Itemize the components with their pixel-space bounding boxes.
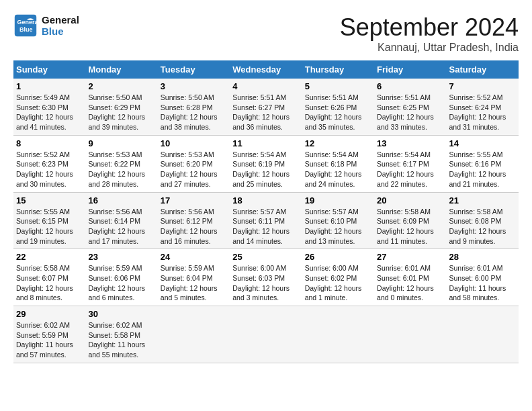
day-number: 28 xyxy=(449,252,516,262)
day-number: 1 xyxy=(16,81,83,91)
calendar-week-row: 1Sunrise: 5:49 AM Sunset: 6:30 PM Daylig… xyxy=(13,79,519,135)
calendar-day-cell: 23Sunrise: 5:59 AM Sunset: 6:06 PM Dayli… xyxy=(85,249,157,306)
day-info: Sunrise: 6:01 AM Sunset: 6:00 PM Dayligh… xyxy=(449,263,516,303)
day-info: Sunrise: 5:53 AM Sunset: 6:22 PM Dayligh… xyxy=(88,150,154,189)
location-subtitle: Kannauj, Uttar Pradesh, India xyxy=(340,42,519,54)
day-number: 3 xyxy=(161,81,227,91)
day-number: 19 xyxy=(305,195,371,205)
calendar-day-cell: 2Sunrise: 5:50 AM Sunset: 6:29 PM Daylig… xyxy=(85,79,157,135)
calendar-day-cell: 11Sunrise: 5:54 AM Sunset: 6:19 PM Dayli… xyxy=(230,135,302,192)
day-info: Sunrise: 5:51 AM Sunset: 6:26 PM Dayligh… xyxy=(305,93,371,132)
calendar-day-cell: 15Sunrise: 5:55 AM Sunset: 6:15 PM Dayli… xyxy=(13,192,85,249)
day-number: 17 xyxy=(161,195,227,205)
calendar-day-cell: 8Sunrise: 5:52 AM Sunset: 6:23 PM Daylig… xyxy=(13,135,85,192)
calendar-day-cell: 19Sunrise: 5:57 AM Sunset: 6:10 PM Dayli… xyxy=(302,192,374,249)
calendar-week-row: 29Sunrise: 6:02 AM Sunset: 5:59 PM Dayli… xyxy=(13,306,519,363)
month-year-title: September 2024 xyxy=(340,13,519,42)
day-info: Sunrise: 5:58 AM Sunset: 6:07 PM Dayligh… xyxy=(16,263,83,303)
weekday-header-thursday: Thursday xyxy=(302,60,374,79)
day-info: Sunrise: 5:56 AM Sunset: 6:12 PM Dayligh… xyxy=(161,207,227,246)
day-number: 6 xyxy=(377,81,443,91)
day-number: 22 xyxy=(16,252,83,262)
calendar-day-cell: 24Sunrise: 5:59 AM Sunset: 6:04 PM Dayli… xyxy=(158,249,230,306)
day-info: Sunrise: 5:54 AM Sunset: 6:17 PM Dayligh… xyxy=(377,150,443,189)
day-number: 12 xyxy=(305,138,371,148)
day-number: 2 xyxy=(88,81,154,91)
day-number: 13 xyxy=(377,138,443,148)
calendar-day-cell xyxy=(447,306,519,363)
day-number: 29 xyxy=(16,309,83,319)
day-info: Sunrise: 5:59 AM Sunset: 6:04 PM Dayligh… xyxy=(161,263,227,303)
day-info: Sunrise: 5:53 AM Sunset: 6:20 PM Dayligh… xyxy=(161,150,227,189)
calendar-day-cell: 6Sunrise: 5:51 AM Sunset: 6:25 PM Daylig… xyxy=(374,79,446,135)
calendar-day-cell: 18Sunrise: 5:57 AM Sunset: 6:11 PM Dayli… xyxy=(230,192,302,249)
calendar-day-cell: 26Sunrise: 6:00 AM Sunset: 6:02 PM Dayli… xyxy=(302,249,374,306)
day-number: 5 xyxy=(305,81,371,91)
day-info: Sunrise: 5:52 AM Sunset: 6:24 PM Dayligh… xyxy=(449,93,516,132)
logo-icon: General Blue xyxy=(13,13,38,38)
day-number: 11 xyxy=(232,138,299,148)
svg-text:General: General xyxy=(17,19,38,26)
day-number: 4 xyxy=(232,81,299,91)
day-number: 23 xyxy=(88,252,154,262)
day-number: 24 xyxy=(161,252,227,262)
calendar-day-cell xyxy=(302,306,374,363)
title-area: September 2024 Kannauj, Uttar Pradesh, I… xyxy=(340,13,519,54)
header: General Blue General Blue September 2024… xyxy=(13,13,519,54)
calendar-day-cell: 1Sunrise: 5:49 AM Sunset: 6:30 PM Daylig… xyxy=(13,79,85,135)
day-info: Sunrise: 6:00 AM Sunset: 6:02 PM Dayligh… xyxy=(305,263,371,303)
calendar-day-cell: 16Sunrise: 5:56 AM Sunset: 6:14 PM Dayli… xyxy=(85,192,157,249)
calendar-day-cell: 13Sunrise: 5:54 AM Sunset: 6:17 PM Dayli… xyxy=(374,135,446,192)
calendar-day-cell xyxy=(230,306,302,363)
calendar-day-cell xyxy=(158,306,230,363)
calendar-day-cell: 5Sunrise: 5:51 AM Sunset: 6:26 PM Daylig… xyxy=(302,79,374,135)
calendar-day-cell: 21Sunrise: 5:58 AM Sunset: 6:08 PM Dayli… xyxy=(447,192,519,249)
weekday-header-monday: Monday xyxy=(85,60,157,79)
day-number: 7 xyxy=(449,81,516,91)
weekday-header-saturday: Saturday xyxy=(447,60,519,79)
day-info: Sunrise: 5:59 AM Sunset: 6:06 PM Dayligh… xyxy=(88,263,154,303)
day-info: Sunrise: 6:02 AM Sunset: 5:59 PM Dayligh… xyxy=(16,320,83,360)
calendar-day-cell: 17Sunrise: 5:56 AM Sunset: 6:12 PM Dayli… xyxy=(158,192,230,249)
calendar-week-row: 15Sunrise: 5:55 AM Sunset: 6:15 PM Dayli… xyxy=(13,192,519,249)
calendar-day-cell: 30Sunrise: 6:02 AM Sunset: 5:58 PM Dayli… xyxy=(85,306,157,363)
calendar-day-cell: 29Sunrise: 6:02 AM Sunset: 5:59 PM Dayli… xyxy=(13,306,85,363)
calendar-day-cell: 28Sunrise: 6:01 AM Sunset: 6:00 PM Dayli… xyxy=(447,249,519,306)
day-info: Sunrise: 5:55 AM Sunset: 6:15 PM Dayligh… xyxy=(16,207,83,246)
day-info: Sunrise: 5:56 AM Sunset: 6:14 PM Dayligh… xyxy=(88,207,154,246)
day-info: Sunrise: 5:52 AM Sunset: 6:23 PM Dayligh… xyxy=(16,150,83,189)
day-number: 14 xyxy=(449,138,516,148)
calendar-day-cell: 12Sunrise: 5:54 AM Sunset: 6:18 PM Dayli… xyxy=(302,135,374,192)
calendar-day-cell xyxy=(374,306,446,363)
day-number: 10 xyxy=(161,138,227,148)
day-info: Sunrise: 5:57 AM Sunset: 6:10 PM Dayligh… xyxy=(305,207,371,246)
weekday-header-wednesday: Wednesday xyxy=(230,60,302,79)
day-number: 8 xyxy=(16,138,83,148)
day-info: Sunrise: 6:00 AM Sunset: 6:03 PM Dayligh… xyxy=(232,263,299,303)
weekday-header-row: SundayMondayTuesdayWednesdayThursdayFrid… xyxy=(13,60,519,79)
weekday-header-friday: Friday xyxy=(374,60,446,79)
weekday-header-sunday: Sunday xyxy=(13,60,85,79)
weekday-header-tuesday: Tuesday xyxy=(158,60,230,79)
day-number: 15 xyxy=(16,195,83,205)
calendar-day-cell: 27Sunrise: 6:01 AM Sunset: 6:01 PM Dayli… xyxy=(374,249,446,306)
day-info: Sunrise: 5:50 AM Sunset: 6:29 PM Dayligh… xyxy=(88,93,154,132)
calendar-day-cell: 3Sunrise: 5:50 AM Sunset: 6:28 PM Daylig… xyxy=(158,79,230,135)
day-number: 26 xyxy=(305,252,371,262)
day-number: 25 xyxy=(232,252,299,262)
day-info: Sunrise: 5:50 AM Sunset: 6:28 PM Dayligh… xyxy=(161,93,227,132)
calendar-week-row: 22Sunrise: 5:58 AM Sunset: 6:07 PM Dayli… xyxy=(13,249,519,306)
calendar-day-cell: 10Sunrise: 5:53 AM Sunset: 6:20 PM Dayli… xyxy=(158,135,230,192)
day-number: 27 xyxy=(377,252,443,262)
logo: General Blue General Blue xyxy=(13,13,79,38)
calendar-day-cell: 4Sunrise: 5:51 AM Sunset: 6:27 PM Daylig… xyxy=(230,79,302,135)
calendar-week-row: 8Sunrise: 5:52 AM Sunset: 6:23 PM Daylig… xyxy=(13,135,519,192)
day-number: 30 xyxy=(88,309,154,319)
day-info: Sunrise: 5:54 AM Sunset: 6:18 PM Dayligh… xyxy=(305,150,371,189)
calendar-day-cell: 22Sunrise: 5:58 AM Sunset: 6:07 PM Dayli… xyxy=(13,249,85,306)
day-number: 21 xyxy=(449,195,516,205)
calendar-day-cell: 25Sunrise: 6:00 AM Sunset: 6:03 PM Dayli… xyxy=(230,249,302,306)
calendar-day-cell: 9Sunrise: 5:53 AM Sunset: 6:22 PM Daylig… xyxy=(85,135,157,192)
day-info: Sunrise: 5:55 AM Sunset: 6:16 PM Dayligh… xyxy=(449,150,516,189)
day-number: 18 xyxy=(232,195,299,205)
